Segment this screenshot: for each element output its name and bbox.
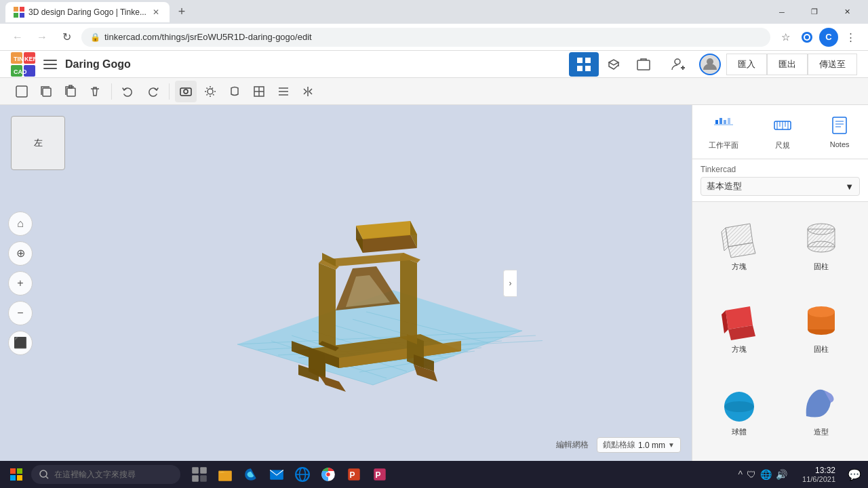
forward-button[interactable]: → <box>33 28 52 47</box>
svg-rect-90 <box>10 468 16 474</box>
tray-security-icon[interactable]: 🛡 <box>745 468 757 481</box>
svg-rect-67 <box>714 124 733 125</box>
maximize-button[interactable]: ❐ <box>799 2 830 22</box>
view-camera-button[interactable] <box>175 81 197 102</box>
url-text: tinkercad.com/things/jsrEoWU5R1D-daring-… <box>104 32 762 42</box>
svg-rect-97 <box>200 467 207 474</box>
view-grid-button[interactable] <box>248 81 270 102</box>
back-button[interactable]: ← <box>8 28 27 47</box>
snap-control[interactable]: 鎖點格線 1.0 mm ▼ <box>597 437 681 453</box>
new-tab-button[interactable]: + <box>172 3 191 22</box>
app-toolbar: TIN KER CAD Daring Gogo <box>0 51 868 78</box>
viewport[interactable]: 左 ⌂ ⊕ + − ⬛ › <box>0 105 692 461</box>
svg-rect-71 <box>728 118 730 124</box>
ie-icon <box>294 466 311 483</box>
close-button[interactable]: ✕ <box>831 2 863 22</box>
svg-rect-3 <box>20 13 24 18</box>
zoom-out-button[interactable]: − <box>8 301 33 325</box>
shape-misc-icon <box>800 381 843 424</box>
url-bar[interactable]: 🔒 tinkercad.com/things/jsrEoWU5R1D-darin… <box>81 28 770 47</box>
new-workplane-button[interactable] <box>11 81 33 102</box>
tab-close-button[interactable]: ✕ <box>151 7 161 18</box>
export-button[interactable]: 匯出 <box>767 54 808 75</box>
svg-point-107 <box>326 472 330 476</box>
clock-date: 11/6/2021 <box>802 475 835 483</box>
menu-button[interactable] <box>41 55 60 74</box>
zoom-in-button[interactable]: + <box>8 271 33 296</box>
user-avatar[interactable] <box>699 54 721 75</box>
design-title[interactable]: Daring Gogo <box>65 58 564 70</box>
notes-button[interactable]: Notes <box>819 110 860 153</box>
source-label: Tinkercad <box>701 165 860 174</box>
view-icons <box>569 52 658 77</box>
mail-button[interactable] <box>264 462 289 487</box>
svg-rect-96 <box>192 467 199 474</box>
shape-item[interactable]: 球體 <box>701 375 778 453</box>
svg-rect-98 <box>192 475 199 482</box>
workplane-button[interactable]: 工作平面 <box>701 110 747 153</box>
sync-button[interactable] <box>797 28 816 47</box>
tray-network-icon[interactable]: 🌐 <box>759 468 773 481</box>
view-light-button[interactable] <box>199 81 221 102</box>
svg-rect-68 <box>715 120 718 124</box>
learn-button[interactable] <box>599 52 629 77</box>
system-clock[interactable]: 13:32 11/6/2021 <box>797 466 841 483</box>
profile-button[interactable]: C <box>819 28 838 47</box>
category-dropdown[interactable]: 基本造型 ▼ <box>701 177 860 196</box>
explorer-button[interactable] <box>213 462 237 487</box>
fit-button[interactable]: ⬛ <box>8 331 33 355</box>
mirror-button[interactable] <box>297 81 319 102</box>
browser-tab[interactable]: 3D design Daring Gogo | Tinke... ✕ <box>5 2 170 22</box>
paste-button[interactable] <box>60 81 81 102</box>
edit-grid-label[interactable]: 編輯網格 <box>556 439 589 451</box>
import-button[interactable]: 匯入 <box>726 54 767 75</box>
gallery-button[interactable] <box>629 52 658 77</box>
shape-misc-label: 造型 <box>814 427 829 437</box>
tab-favicon <box>14 7 24 18</box>
svg-point-6 <box>805 35 809 39</box>
add-user-button[interactable] <box>664 52 694 77</box>
shape-item[interactable]: 造型 <box>783 375 861 453</box>
svg-rect-93 <box>17 475 22 481</box>
notification-button[interactable]: 💬 <box>844 464 865 485</box>
tray-volume-icon[interactable]: 🔊 <box>774 468 789 481</box>
view-notes-button[interactable] <box>224 81 245 102</box>
taskview-button[interactable] <box>187 462 212 487</box>
start-button[interactable] <box>3 461 30 488</box>
search-input[interactable] <box>54 470 163 479</box>
ie-button[interactable] <box>290 462 315 487</box>
delete-button[interactable] <box>84 81 106 102</box>
bookmark-button[interactable]: ☆ <box>776 28 795 47</box>
ruler-button[interactable]: 尺規 <box>762 110 803 153</box>
cube-face: 左 <box>11 116 65 170</box>
shape-item[interactable]: 方塊 <box>701 210 778 287</box>
send-button[interactable]: 傳送至 <box>808 54 857 75</box>
grid-view-button[interactable] <box>569 52 599 77</box>
app2-button[interactable]: P <box>368 462 392 487</box>
shape-item[interactable]: 方塊 <box>701 293 778 370</box>
shape-item[interactable]: 固柱 <box>783 293 861 370</box>
edge-button[interactable] <box>239 462 263 487</box>
workplane-label: 工作平面 <box>709 140 738 150</box>
bottom-controls: 編輯網格 鎖點格線 1.0 mm ▼ <box>556 437 681 453</box>
orbit-button[interactable]: ⊕ <box>8 241 33 266</box>
more-button[interactable]: ⋮ <box>841 28 860 47</box>
cube-indicator[interactable]: 左 <box>11 116 65 170</box>
redo-button[interactable] <box>142 81 163 102</box>
align-button[interactable] <box>273 81 294 102</box>
mail-icon <box>269 466 285 483</box>
svg-rect-15 <box>585 58 591 63</box>
minimize-button[interactable]: ─ <box>766 2 797 22</box>
shape-cyl-wire-label: 固柱 <box>814 262 829 272</box>
refresh-button[interactable]: ↻ <box>57 28 76 47</box>
shape-item[interactable]: 固柱 <box>783 210 861 287</box>
ppt-button[interactable]: P <box>342 462 366 487</box>
tray-icon-1[interactable]: ^ <box>736 468 744 481</box>
svg-rect-14 <box>577 58 583 63</box>
undo-button[interactable] <box>117 81 139 102</box>
search-bar[interactable] <box>31 465 180 484</box>
browser-toolbar-icons: ☆ C ⋮ <box>776 28 860 47</box>
home-view-button[interactable]: ⌂ <box>8 211 33 236</box>
copy-button[interactable] <box>35 81 57 102</box>
chrome-button[interactable] <box>316 462 340 487</box>
